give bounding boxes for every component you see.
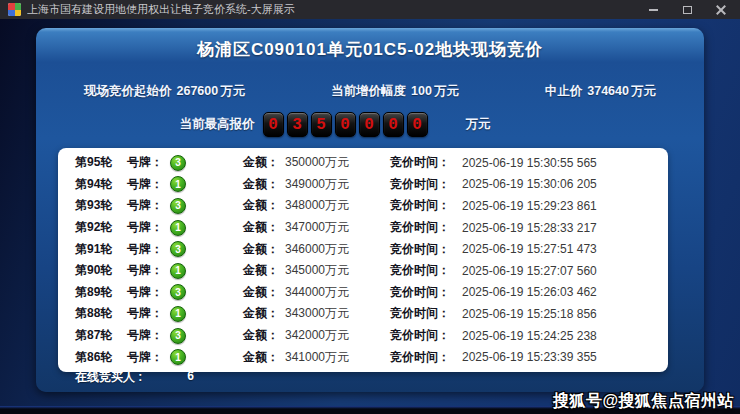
ceiling-label: 中止价 xyxy=(545,84,583,98)
paddle-label: 号牌： xyxy=(127,197,170,214)
time-value: 2025-06-19 15:26:03 462 xyxy=(462,285,668,299)
time-label: 竞价时间： xyxy=(390,262,462,279)
amount-value: 342000万元 xyxy=(285,327,390,344)
auction-panel: 杨浦区C090101单元01C5-02地块现场竞价 现场竞价起始价267600万… xyxy=(36,28,704,392)
paddle-number-badge: 1 xyxy=(170,220,186,236)
table-row: 第92轮 号牌： 1 金额： 347000万元 竞价时间： 2025-06-19… xyxy=(58,217,668,239)
paddle-number-badge: 3 xyxy=(170,198,186,214)
time-value: 2025-06-19 15:30:06 205 xyxy=(462,177,668,191)
round-label: 第94轮 xyxy=(75,176,127,193)
paddle-label: 号牌： xyxy=(127,262,170,279)
amount-label: 金额： xyxy=(243,154,285,171)
table-row: 第87轮 号牌： 3 金额： 342000万元 竞价时间： 2025-06-19… xyxy=(58,325,668,347)
table-row: 第88轮 号牌： 1 金额： 343000万元 竞价时间： 2025-06-19… xyxy=(58,303,668,325)
time-label: 竞价时间： xyxy=(390,176,462,193)
ceiling-price: 中止价374640万元 xyxy=(545,83,656,100)
bid-digit: 0 xyxy=(335,112,356,137)
amount-label: 金额： xyxy=(243,197,285,214)
maximize-icon xyxy=(683,6,692,14)
start-price-value: 267600 xyxy=(177,84,219,98)
online-bidders-label: 在线竞买人 : xyxy=(75,369,142,386)
paddle-label: 号牌： xyxy=(127,284,170,301)
paddle-number-badge: 3 xyxy=(170,284,186,300)
paddle-label: 号牌： xyxy=(127,176,170,193)
maximize-button[interactable] xyxy=(680,4,694,16)
increment-label: 当前增价幅度 xyxy=(331,84,406,98)
paddle-number-badge: 3 xyxy=(170,241,186,257)
time-label: 竞价时间： xyxy=(390,241,462,258)
paddle-label: 号牌： xyxy=(127,349,170,366)
amount-label: 金额： xyxy=(243,241,285,258)
table-row: 第86轮 号牌： 1 金额： 341000万元 竞价时间： 2025-06-19… xyxy=(58,346,668,368)
table-row: 第90轮 号牌： 1 金额： 345000万元 竞价时间： 2025-06-19… xyxy=(58,260,668,282)
time-value: 2025-06-19 15:29:23 861 xyxy=(462,199,668,213)
time-value: 2025-06-19 15:24:25 238 xyxy=(462,329,668,343)
amount-label: 金额： xyxy=(243,176,285,193)
amount-value: 346000万元 xyxy=(285,241,390,258)
highest-bid-display: 0 3 5 0 0 0 0 xyxy=(263,112,428,137)
close-button[interactable] xyxy=(714,4,728,16)
minimize-button[interactable] xyxy=(646,4,660,16)
highest-bid-unit: 万元 xyxy=(466,116,491,133)
window-title: 上海市国有建设用地使用权出让电子竞价系统-大屏展示 xyxy=(27,2,295,17)
round-label: 第92轮 xyxy=(75,219,127,236)
paddle-label: 号牌： xyxy=(127,241,170,258)
round-label: 第89轮 xyxy=(75,284,127,301)
time-label: 竞价时间： xyxy=(390,327,462,344)
paddle-number-badge: 1 xyxy=(170,349,186,365)
paddle-number-badge: 3 xyxy=(170,155,186,171)
amount-value: 343000万元 xyxy=(285,305,390,322)
online-bidders-count: 6 xyxy=(187,369,194,386)
time-label: 竞价时间： xyxy=(390,284,462,301)
bid-digit: 0 xyxy=(407,112,428,137)
round-label: 第87轮 xyxy=(75,327,127,344)
amount-label: 金额： xyxy=(243,284,285,301)
amount-label: 金额： xyxy=(243,349,285,366)
paddle-label: 号牌： xyxy=(127,305,170,322)
ceiling-unit: 万元 xyxy=(631,84,656,98)
price-info-row: 现场竞价起始价267600万元 当前增价幅度100万元 中止价374640万元 xyxy=(36,83,704,100)
time-label: 竞价时间： xyxy=(390,154,462,171)
time-label: 竞价时间： xyxy=(390,197,462,214)
close-icon xyxy=(716,5,726,15)
table-row: 第91轮 号牌： 3 金额： 346000万元 竞价时间： 2025-06-19… xyxy=(58,238,668,260)
amount-label: 金额： xyxy=(243,219,285,236)
table-row: 第93轮 号牌： 3 金额： 348000万元 竞价时间： 2025-06-19… xyxy=(58,195,668,217)
bid-digit: 3 xyxy=(287,112,308,137)
paddle-label: 号牌： xyxy=(127,327,170,344)
amount-value: 350000万元 xyxy=(285,154,390,171)
round-label: 第88轮 xyxy=(75,305,127,322)
round-label: 第93轮 xyxy=(75,197,127,214)
table-row: 第89轮 号牌： 3 金额： 344000万元 竞价时间： 2025-06-19… xyxy=(58,282,668,304)
amount-value: 344000万元 xyxy=(285,284,390,301)
time-label: 竞价时间： xyxy=(390,349,462,366)
amount-label: 金额： xyxy=(243,327,285,344)
amount-value: 341000万元 xyxy=(285,349,390,366)
paddle-label: 号牌： xyxy=(127,154,170,171)
time-value: 2025-06-19 15:27:51 473 xyxy=(462,242,668,256)
bid-digit: 0 xyxy=(359,112,380,137)
bid-digit: 5 xyxy=(311,112,332,137)
amount-value: 345000万元 xyxy=(285,262,390,279)
amount-value: 349000万元 xyxy=(285,176,390,193)
time-value: 2025-06-19 15:30:55 565 xyxy=(462,156,668,170)
amount-label: 金额： xyxy=(243,305,285,322)
round-label: 第91轮 xyxy=(75,241,127,258)
paddle-label: 号牌： xyxy=(127,219,170,236)
start-price-unit: 万元 xyxy=(220,84,245,98)
time-value: 2025-06-19 15:27:07 560 xyxy=(462,264,668,278)
amount-value: 347000万元 xyxy=(285,219,390,236)
time-value: 2025-06-19 15:25:18 856 xyxy=(462,307,668,321)
bid-history-table: 第95轮 号牌： 3 金额： 350000万元 竞价时间： 2025-06-19… xyxy=(58,148,668,372)
increment-price: 当前增价幅度100万元 xyxy=(331,83,459,100)
highest-bid-label: 当前最高报价 xyxy=(180,116,255,133)
increment-value: 100 xyxy=(411,84,432,98)
paddle-number-badge: 1 xyxy=(170,263,186,279)
paddle-number-badge: 3 xyxy=(170,328,186,344)
bid-digit: 0 xyxy=(263,112,284,137)
ceiling-value: 374640 xyxy=(587,84,629,98)
table-row: 第94轮 号牌： 1 金额： 349000万元 竞价时间： 2025-06-19… xyxy=(58,174,668,196)
page-title: 杨浦区C090101单元01C5-02地块现场竞价 xyxy=(36,38,704,61)
round-label: 第86轮 xyxy=(75,349,127,366)
round-label: 第95轮 xyxy=(75,154,127,171)
